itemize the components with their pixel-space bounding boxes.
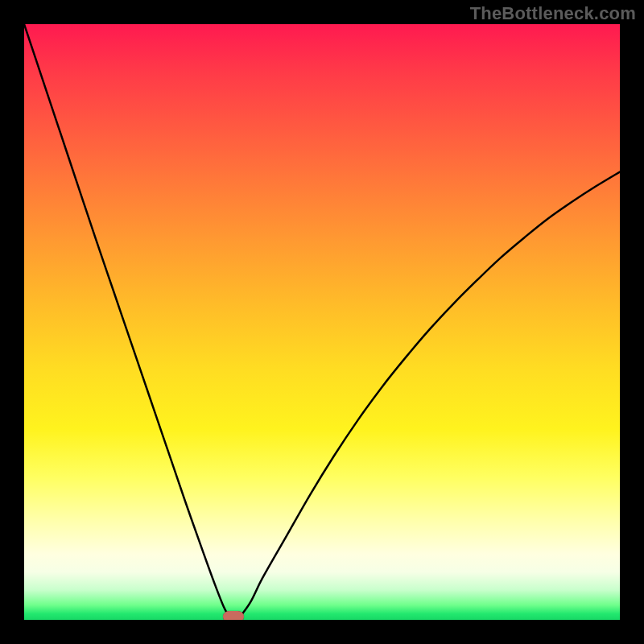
minimum-marker	[223, 611, 244, 620]
chart-frame: TheBottleneck.com	[0, 0, 644, 644]
curve-right-branch	[238, 172, 620, 619]
plot-area	[24, 24, 620, 620]
curve-svg	[24, 24, 620, 620]
curve-left-branch	[24, 24, 230, 619]
watermark-text: TheBottleneck.com	[470, 3, 636, 24]
